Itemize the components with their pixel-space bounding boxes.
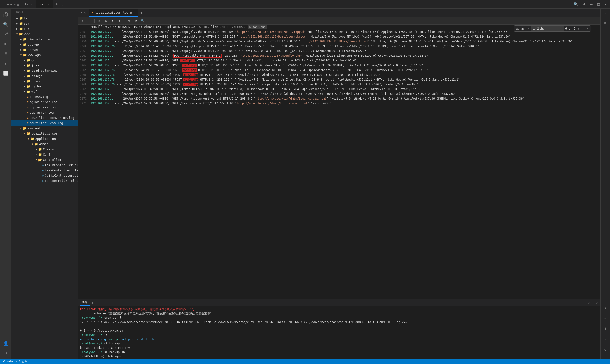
tree-item-tcp-access[interactable]: ▶ ≡ tcp-access.log	[12, 104, 78, 110]
file-touzilicai-error-icon: ≡	[27, 116, 29, 120]
toolbar-search-bar[interactable]: 🔍	[140, 18, 145, 24]
tree-item-var[interactable]: ▶ 📁 var	[12, 26, 78, 31]
find-close-button[interactable]: ✕	[586, 27, 589, 30]
find-regex-icon[interactable]: .*	[526, 27, 530, 31]
settings-icon[interactable]: ⚙	[582, 1, 587, 7]
editor-tab-touzilicai-log[interactable]: ≡ touzilicai.com.log ● ✕	[89, 9, 138, 17]
tab-add-button[interactable]: +	[53, 0, 60, 8]
window-tabs: ☰ ⊞ ⊟ ⊠ ▤ IM ✕ web ✕ + ⌄ 🔍 ⚙ — □ ✕	[0, 0, 610, 9]
tree-item-server[interactable]: ▶ 📁 server	[12, 47, 78, 52]
find-next-button[interactable]: ↓	[581, 27, 585, 30]
folder-tmp-icon: 📁	[19, 16, 23, 20]
rs-expand-icon[interactable]: ⤢	[602, 11, 609, 17]
compress-editor-icon[interactable]: ⤡	[84, 11, 87, 14]
status-branch[interactable]: ⎇ main	[2, 360, 13, 363]
toolbar-upload[interactable]: ⬆	[117, 18, 122, 24]
terminal-tab[interactable]: 终端	[80, 299, 90, 306]
tree-item-caiji-controller[interactable]: ▶ ◈ CaijiController.class.php	[12, 173, 78, 178]
tree-item-go[interactable]: ▶ 📁 go	[12, 57, 78, 63]
tab-overflow[interactable]: ⌄	[60, 2, 66, 6]
tree-item-other[interactable]: ▶ 📁 other	[12, 78, 78, 84]
toolbar-refresh2[interactable]: ↻	[103, 18, 109, 24]
layout2-icon[interactable]: ▤	[17, 2, 19, 6]
tree-item-admin-controller[interactable]: ▶ ◈ AdminController.class.php	[12, 162, 78, 168]
toolbar-settings[interactable]: ⚙	[133, 18, 139, 24]
tab-web-close[interactable]: ✕	[47, 3, 49, 6]
tab-im-close[interactable]: ✕	[30, 3, 32, 6]
tree-item-java[interactable]: ▶ 📁 java	[12, 63, 78, 68]
rs-layout-icon[interactable]: ▦	[602, 19, 609, 26]
expand-editor-icon[interactable]: ⤢	[80, 11, 83, 14]
layout-icon[interactable]: ⊠	[13, 2, 15, 6]
find-input[interactable]	[531, 26, 564, 31]
tree-item-www[interactable]: ▼ 📂 www	[12, 31, 78, 37]
rs-gear2-icon[interactable]: ⚙	[602, 346, 609, 353]
extensions-icon[interactable]: ⊞	[1, 49, 10, 57]
tree-item-conf[interactable]: ▶ 📁 Conf	[12, 152, 78, 157]
find-prev-button[interactable]: ↑	[576, 27, 580, 30]
editor-tab-close[interactable]: ✕	[133, 11, 135, 14]
terminal-minimize-icon[interactable]: —	[592, 300, 595, 305]
rs-settings2-icon[interactable]: ≡	[602, 336, 609, 343]
terminal-add-button[interactable]: +	[91, 301, 93, 305]
find-word-icon[interactable]: ab	[521, 27, 525, 31]
terminal-line-6: 0 0 * * 0 /root/backup.sh	[80, 328, 598, 333]
panel-icon2[interactable]: ⬜	[1, 69, 10, 77]
rs-settings-icon[interactable]: ⚙	[602, 304, 609, 311]
arrow-python: ▶	[23, 85, 27, 88]
minimize-icon[interactable]: —	[589, 1, 594, 7]
tree-item-backup[interactable]: ▶ 📁 backup	[12, 42, 78, 47]
tree-item-python[interactable]: ▶ 📁 python	[12, 84, 78, 89]
close-window-icon[interactable]: ✕	[603, 1, 608, 7]
tree-label-controller: Controller	[43, 158, 62, 161]
log-view[interactable]: Aa ab .* 6 of 6 ↑ ↓ ✕ "Mozilla/5.0 (Wind…	[78, 25, 600, 299]
terminal-body[interactable]: Red_Error "抱歉, 当前面板版本不支持32位系统, 请使用64位系统或…	[78, 306, 600, 359]
tree-item-recycle[interactable]: ▶ 📁 .Recycle_bin	[12, 37, 78, 42]
terminal-expand-icon[interactable]: ⤢	[587, 300, 590, 305]
tree-item-tcp-error[interactable]: ▶ ≡ tcp-error.log	[12, 110, 78, 115]
tree-item-tmp[interactable]: ▶ 📁 tmp	[12, 15, 78, 21]
toolbar-forward[interactable]: →	[87, 18, 92, 24]
toolbar-download[interactable]: ⬇	[110, 18, 116, 24]
expand-icon[interactable]: ⊞	[7, 2, 9, 6]
tree-item-wwwlogs[interactable]: ▼ 📂 wwwlogs	[12, 52, 78, 57]
search-icon[interactable]: 🔍	[1, 20, 10, 29]
split-icon[interactable]: ⊟	[10, 2, 12, 6]
gear-icon[interactable]: ⚙	[1, 348, 10, 357]
tree-item-touzilicai-com[interactable]: ▼ 📂 touzilicai.com	[12, 131, 78, 136]
tree-item-usr[interactable]: ▶ 📁 usr	[12, 21, 78, 26]
rs-refresh-icon[interactable]: ↺	[602, 315, 609, 322]
remote-icon[interactable]: ✦	[1, 59, 10, 68]
tree-item-base-controller[interactable]: ▶ ◈ BaseController.class.php	[12, 168, 78, 173]
toolbar-edit[interactable]: ✎	[126, 18, 132, 24]
tree-item-touzilicai-error[interactable]: ▶ ≡ touzilicai.com.error.log	[12, 115, 78, 120]
explorer-icon[interactable]	[1, 11, 10, 19]
git-icon[interactable]: ⎇	[1, 29, 10, 38]
rs-info-icon[interactable]: ℹ	[602, 325, 609, 332]
toolbar-back[interactable]: ←	[80, 18, 86, 24]
tree-item-nginx-error[interactable]: ▶ ≡ nginx_error.log	[12, 99, 78, 104]
editor-tab-add[interactable]: +	[138, 9, 145, 17]
sidebar-toggle-icon[interactable]: ☰	[2, 2, 5, 6]
tree-item-wwwroot[interactable]: ▼ 📂 wwwroot	[12, 126, 78, 131]
account-icon[interactable]: 👤	[1, 339, 10, 347]
tree-item-fen-controller[interactable]: ▶ ◈ FenController.class.php	[12, 178, 78, 183]
tab-im[interactable]: IM ✕	[21, 0, 36, 8]
tree-item-access-log[interactable]: ▶ ≡ access.log	[12, 94, 78, 99]
terminal-close-icon[interactable]: ✕	[596, 300, 598, 305]
tree-item-lb[interactable]: ▶ 📁 load_balancing	[12, 68, 78, 73]
toolbar-refresh[interactable]: ↺	[96, 18, 102, 24]
tree-item-admin[interactable]: ▼ 📂 Admin	[12, 141, 78, 146]
tree-item-common[interactable]: ▶ 📁 Common	[12, 146, 78, 152]
file-fen-controller-icon: ◈	[42, 179, 44, 182]
debug-icon[interactable]: ▶	[1, 39, 10, 48]
tree-item-controller[interactable]: ▼ 📂 Controller	[12, 157, 78, 162]
tree-item-nodejs[interactable]: ▶ 📁 nodejs	[12, 73, 78, 78]
search-global-icon[interactable]: 🔍	[572, 1, 580, 7]
tree-item-application[interactable]: ▼ 📂 Application	[12, 136, 78, 141]
maximize-icon[interactable]: □	[596, 1, 601, 7]
tree-item-waf[interactable]: ▶ 📁 waf	[12, 89, 78, 94]
tree-item-touzilicai-log[interactable]: ▶ ≡ touzilicai.com.log	[12, 120, 78, 126]
tab-web[interactable]: web ✕	[36, 0, 53, 8]
find-case-icon[interactable]: Aa	[516, 27, 520, 31]
